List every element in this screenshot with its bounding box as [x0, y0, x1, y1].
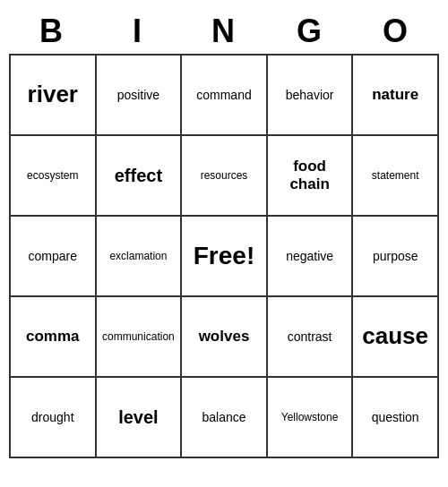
header-letter-I: I — [95, 9, 181, 54]
cell-r0-c4: nature — [353, 56, 439, 136]
cell-text-r1-c2: resources — [201, 169, 248, 182]
bingo-grid: riverpositivecommandbehaviornatureecosys… — [9, 54, 439, 458]
cell-text-r0-c1: positive — [117, 88, 159, 103]
cell-text-r4-c4: question — [372, 410, 419, 425]
cell-r2-c0: compare — [11, 217, 97, 297]
cell-text-r0-c2: command — [196, 88, 251, 103]
cell-r3-c1: communication — [97, 297, 183, 378]
cell-text-r1-c0: ecosystem — [27, 169, 78, 182]
cell-r3-c4: cause — [353, 297, 439, 378]
cell-text-r1-c1: effect — [115, 165, 162, 186]
header-letter-G: G — [267, 9, 353, 54]
cell-r0-c3: behavior — [268, 56, 354, 136]
cell-r2-c4: purpose — [353, 217, 439, 297]
cell-text-r3-c4: cause — [362, 322, 428, 350]
header-letter-N: N — [181, 9, 267, 54]
cell-text-r3-c3: contrast — [288, 329, 332, 345]
cell-r4-c0: drought — [11, 378, 97, 458]
cell-r0-c1: positive — [97, 56, 183, 136]
cell-text-r3-c1: communication — [102, 330, 175, 343]
cell-r4-c3: Yellowstone — [268, 378, 354, 458]
header-letter-B: B — [9, 9, 95, 54]
cell-r4-c4: question — [353, 378, 439, 458]
cell-r3-c2: wolves — [182, 297, 268, 378]
cell-text-r3-c2: wolves — [199, 328, 250, 346]
cell-text-r2-c1: exclamation — [109, 250, 167, 262]
cell-r4-c2: balance — [182, 378, 268, 458]
cell-text-r4-c0: drought — [31, 410, 73, 425]
cell-text-r4-c2: balance — [202, 410, 246, 425]
cell-text-r1-c4: statement — [372, 169, 419, 182]
cell-r1-c0: ecosystem — [11, 136, 97, 217]
cell-text-r2-c0: compare — [29, 249, 77, 264]
cell-r1-c1: effect — [97, 136, 183, 217]
cell-r0-c2: command — [182, 56, 268, 136]
cell-r4-c1: level — [97, 378, 183, 458]
cell-text-r2-c4: purpose — [373, 249, 418, 264]
cell-r1-c4: statement — [353, 136, 439, 217]
cell-text-r4-c1: level — [118, 406, 158, 428]
cell-text-r3-c0: comma — [26, 328, 80, 346]
cell-r0-c0: river — [11, 56, 97, 136]
cell-text-r2-c3: negative — [286, 249, 333, 264]
bingo-header: BINGO — [9, 9, 439, 54]
cell-r2-c2: Free! — [182, 217, 268, 297]
cell-text-r2-c2: Free! — [194, 241, 254, 271]
cell-text-r0-c3: behavior — [286, 88, 334, 103]
cell-text-r0-c0: river — [28, 81, 78, 108]
cell-text-r1-c3: food chain — [271, 158, 349, 194]
cell-text-r0-c4: nature — [372, 86, 418, 104]
cell-r3-c3: contrast — [268, 297, 354, 378]
header-letter-O: O — [353, 9, 439, 54]
cell-r1-c2: resources — [182, 136, 268, 217]
cell-r1-c3: food chain — [268, 136, 354, 217]
bingo-card: BINGO riverpositivecommandbehaviornature… — [9, 9, 439, 458]
cell-r2-c1: exclamation — [97, 217, 183, 297]
cell-r3-c0: comma — [11, 297, 97, 378]
cell-text-r4-c3: Yellowstone — [281, 411, 339, 423]
cell-r2-c3: negative — [268, 217, 354, 297]
